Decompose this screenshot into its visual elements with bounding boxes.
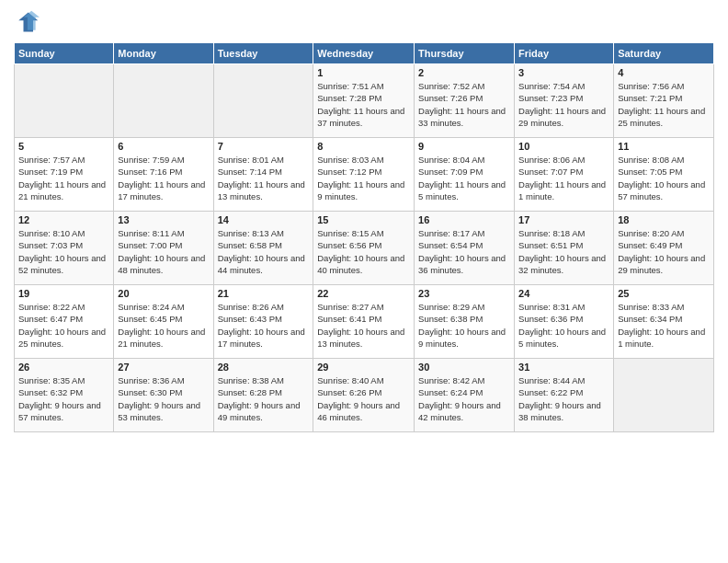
day-info: Sunrise: 8:42 AM Sunset: 6:24 PM Dayligh… bbox=[418, 374, 510, 423]
day-number: 2 bbox=[418, 67, 510, 78]
day-info: Sunrise: 8:18 AM Sunset: 6:51 PM Dayligh… bbox=[518, 227, 609, 276]
calendar-day-cell: 7Sunrise: 8:01 AM Sunset: 7:14 PM Daylig… bbox=[213, 138, 313, 212]
day-info: Sunrise: 8:17 AM Sunset: 6:54 PM Dayligh… bbox=[418, 227, 510, 276]
day-info: Sunrise: 8:29 AM Sunset: 6:38 PM Dayligh… bbox=[418, 301, 510, 350]
calendar-day-cell: 31Sunrise: 8:44 AM Sunset: 6:22 PM Dayli… bbox=[515, 359, 614, 432]
calendar-day-cell: 4Sunrise: 7:56 AM Sunset: 7:21 PM Daylig… bbox=[614, 64, 714, 138]
calendar-day-cell: 18Sunrise: 8:20 AM Sunset: 6:49 PM Dayli… bbox=[614, 212, 714, 285]
calendar-day-cell: 21Sunrise: 8:26 AM Sunset: 6:43 PM Dayli… bbox=[213, 285, 313, 359]
calendar-table: SundayMondayTuesdayWednesdayThursdayFrid… bbox=[14, 42, 714, 432]
calendar-day-cell: 6Sunrise: 7:59 AM Sunset: 7:16 PM Daylig… bbox=[114, 138, 213, 212]
calendar-day-cell: 24Sunrise: 8:31 AM Sunset: 6:36 PM Dayli… bbox=[515, 285, 614, 359]
day-number: 13 bbox=[118, 214, 209, 225]
day-number: 28 bbox=[218, 362, 310, 373]
day-info: Sunrise: 8:35 AM Sunset: 6:32 PM Dayligh… bbox=[18, 374, 109, 423]
day-info: Sunrise: 8:06 AM Sunset: 7:07 PM Dayligh… bbox=[518, 154, 609, 202]
day-number: 15 bbox=[317, 214, 410, 225]
calendar-day-cell: 2Sunrise: 7:52 AM Sunset: 7:26 PM Daylig… bbox=[415, 64, 515, 138]
calendar-day-cell: 8Sunrise: 8:03 AM Sunset: 7:12 PM Daylig… bbox=[313, 138, 415, 212]
day-info: Sunrise: 8:15 AM Sunset: 6:56 PM Dayligh… bbox=[317, 227, 410, 276]
day-number: 8 bbox=[317, 141, 410, 152]
header bbox=[14, 9, 714, 35]
day-number: 17 bbox=[518, 214, 609, 225]
day-number: 10 bbox=[518, 141, 609, 152]
calendar-day-cell: 17Sunrise: 8:18 AM Sunset: 6:51 PM Dayli… bbox=[515, 212, 614, 285]
day-info: Sunrise: 8:10 AM Sunset: 7:03 PM Dayligh… bbox=[18, 227, 109, 276]
calendar-day-cell: 11Sunrise: 8:08 AM Sunset: 7:05 PM Dayli… bbox=[614, 138, 714, 212]
day-info: Sunrise: 8:36 AM Sunset: 6:30 PM Dayligh… bbox=[118, 374, 209, 423]
day-number: 19 bbox=[18, 288, 109, 299]
day-info: Sunrise: 8:08 AM Sunset: 7:05 PM Dayligh… bbox=[618, 154, 710, 202]
calendar-week-row: 19Sunrise: 8:22 AM Sunset: 6:47 PM Dayli… bbox=[15, 285, 714, 359]
day-number: 12 bbox=[18, 214, 109, 225]
day-info: Sunrise: 7:56 AM Sunset: 7:21 PM Dayligh… bbox=[618, 80, 710, 129]
day-number: 9 bbox=[418, 141, 510, 152]
calendar-week-row: 12Sunrise: 8:10 AM Sunset: 7:03 PM Dayli… bbox=[15, 212, 714, 285]
day-number: 5 bbox=[18, 141, 109, 152]
day-info: Sunrise: 8:03 AM Sunset: 7:12 PM Dayligh… bbox=[317, 154, 410, 202]
day-of-week-header: Friday bbox=[515, 43, 614, 64]
calendar-day-cell bbox=[114, 64, 213, 138]
day-info: Sunrise: 8:13 AM Sunset: 6:58 PM Dayligh… bbox=[218, 227, 310, 276]
day-info: Sunrise: 8:04 AM Sunset: 7:09 PM Dayligh… bbox=[418, 154, 510, 202]
calendar-day-cell bbox=[15, 64, 114, 138]
calendar-day-cell: 30Sunrise: 8:42 AM Sunset: 6:24 PM Dayli… bbox=[415, 359, 515, 432]
day-info: Sunrise: 8:20 AM Sunset: 6:49 PM Dayligh… bbox=[618, 227, 710, 276]
day-number: 30 bbox=[418, 362, 510, 373]
day-number: 24 bbox=[518, 288, 609, 299]
day-info: Sunrise: 8:22 AM Sunset: 6:47 PM Dayligh… bbox=[18, 301, 109, 350]
day-number: 29 bbox=[317, 362, 410, 373]
calendar-day-cell: 14Sunrise: 8:13 AM Sunset: 6:58 PM Dayli… bbox=[213, 212, 313, 285]
calendar-day-cell: 23Sunrise: 8:29 AM Sunset: 6:38 PM Dayli… bbox=[415, 285, 515, 359]
calendar-day-cell bbox=[614, 359, 714, 432]
calendar-day-cell: 26Sunrise: 8:35 AM Sunset: 6:32 PM Dayli… bbox=[15, 359, 114, 432]
calendar-day-cell: 13Sunrise: 8:11 AM Sunset: 7:00 PM Dayli… bbox=[114, 212, 213, 285]
day-info: Sunrise: 8:31 AM Sunset: 6:36 PM Dayligh… bbox=[518, 301, 609, 350]
day-info: Sunrise: 8:44 AM Sunset: 6:22 PM Dayligh… bbox=[518, 374, 609, 423]
day-number: 1 bbox=[317, 67, 410, 78]
day-of-week-header: Tuesday bbox=[213, 43, 313, 64]
calendar-day-cell: 15Sunrise: 8:15 AM Sunset: 6:56 PM Dayli… bbox=[313, 212, 415, 285]
day-number: 25 bbox=[618, 288, 710, 299]
day-info: Sunrise: 8:11 AM Sunset: 7:00 PM Dayligh… bbox=[118, 227, 209, 276]
calendar-week-row: 5Sunrise: 7:57 AM Sunset: 7:19 PM Daylig… bbox=[15, 138, 714, 212]
day-info: Sunrise: 8:01 AM Sunset: 7:14 PM Dayligh… bbox=[218, 154, 310, 202]
day-number: 21 bbox=[218, 288, 310, 299]
calendar-day-cell: 16Sunrise: 8:17 AM Sunset: 6:54 PM Dayli… bbox=[415, 212, 515, 285]
day-number: 3 bbox=[518, 67, 609, 78]
day-number: 16 bbox=[418, 214, 510, 225]
day-number: 14 bbox=[218, 214, 310, 225]
calendar-day-cell: 22Sunrise: 8:27 AM Sunset: 6:41 PM Dayli… bbox=[313, 285, 415, 359]
calendar-week-row: 1Sunrise: 7:51 AM Sunset: 7:28 PM Daylig… bbox=[15, 64, 714, 138]
day-of-week-header: Wednesday bbox=[313, 43, 415, 64]
day-info: Sunrise: 7:54 AM Sunset: 7:23 PM Dayligh… bbox=[518, 80, 609, 129]
day-info: Sunrise: 8:26 AM Sunset: 6:43 PM Dayligh… bbox=[218, 301, 310, 350]
day-number: 27 bbox=[118, 362, 209, 373]
day-info: Sunrise: 7:57 AM Sunset: 7:19 PM Dayligh… bbox=[18, 154, 109, 202]
day-of-week-header: Saturday bbox=[614, 43, 714, 64]
day-info: Sunrise: 7:52 AM Sunset: 7:26 PM Dayligh… bbox=[418, 80, 510, 129]
calendar-day-cell: 19Sunrise: 8:22 AM Sunset: 6:47 PM Dayli… bbox=[15, 285, 114, 359]
calendar-day-cell: 12Sunrise: 8:10 AM Sunset: 7:03 PM Dayli… bbox=[15, 212, 114, 285]
day-info: Sunrise: 8:40 AM Sunset: 6:26 PM Dayligh… bbox=[317, 374, 410, 423]
calendar-day-cell: 5Sunrise: 7:57 AM Sunset: 7:19 PM Daylig… bbox=[15, 138, 114, 212]
calendar-day-cell: 29Sunrise: 8:40 AM Sunset: 6:26 PM Dayli… bbox=[313, 359, 415, 432]
day-number: 11 bbox=[618, 141, 710, 152]
day-info: Sunrise: 7:59 AM Sunset: 7:16 PM Dayligh… bbox=[118, 154, 209, 202]
day-info: Sunrise: 8:27 AM Sunset: 6:41 PM Dayligh… bbox=[317, 301, 410, 350]
calendar-day-cell: 20Sunrise: 8:24 AM Sunset: 6:45 PM Dayli… bbox=[114, 285, 213, 359]
day-info: Sunrise: 8:38 AM Sunset: 6:28 PM Dayligh… bbox=[218, 374, 310, 423]
logo-icon bbox=[14, 9, 40, 35]
day-number: 20 bbox=[118, 288, 209, 299]
calendar-day-cell: 25Sunrise: 8:33 AM Sunset: 6:34 PM Dayli… bbox=[614, 285, 714, 359]
header-row: SundayMondayTuesdayWednesdayThursdayFrid… bbox=[15, 43, 714, 64]
day-number: 31 bbox=[518, 362, 609, 373]
calendar-day-cell: 27Sunrise: 8:36 AM Sunset: 6:30 PM Dayli… bbox=[114, 359, 213, 432]
calendar-week-row: 26Sunrise: 8:35 AM Sunset: 6:32 PM Dayli… bbox=[15, 359, 714, 432]
calendar-day-cell bbox=[213, 64, 313, 138]
calendar-body: 1Sunrise: 7:51 AM Sunset: 7:28 PM Daylig… bbox=[15, 64, 714, 432]
logo bbox=[14, 9, 43, 35]
day-info: Sunrise: 8:24 AM Sunset: 6:45 PM Dayligh… bbox=[118, 301, 209, 350]
calendar-day-cell: 3Sunrise: 7:54 AM Sunset: 7:23 PM Daylig… bbox=[515, 64, 614, 138]
day-number: 7 bbox=[218, 141, 310, 152]
